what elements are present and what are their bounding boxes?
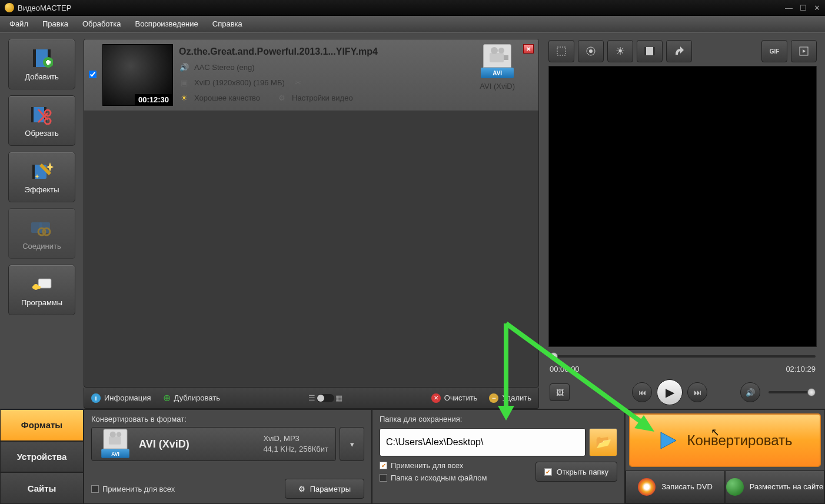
total-time: 02:10:29: [786, 365, 816, 373]
globe-icon: [726, 478, 744, 496]
svg-rect-32: [644, 47, 646, 55]
svg-rect-23: [32, 286, 41, 289]
clear-button[interactable]: ✕Очистить: [431, 393, 478, 403]
duplicate-icon: ⊕: [163, 392, 171, 403]
menu-process[interactable]: Обработка: [76, 17, 127, 31]
svg-rect-27: [504, 55, 508, 60]
tab-sites[interactable]: Сайты: [0, 472, 84, 504]
picture-icon: 🖼: [556, 388, 564, 397]
brightness-tool[interactable]: ☀: [607, 40, 633, 62]
list-view-icon[interactable]: ☰: [308, 393, 315, 402]
list-toolbar: iИнформация ⊕Дублировать ☰ ▦ ✕Очистить −…: [84, 388, 539, 409]
programs-icon: [30, 273, 54, 295]
view-toggle[interactable]: ☰ ▦: [308, 393, 342, 402]
add-label: Добавить: [25, 72, 58, 81]
file-settings[interactable]: Настройки видео: [292, 94, 353, 102]
file-checkbox[interactable]: [89, 71, 97, 78]
camcorder-icon: [483, 44, 511, 68]
volume-button[interactable]: 🔊: [740, 382, 760, 402]
file-item[interactable]: 00:12:30 Oz.the.Great.and.Powerful.2013.…: [84, 39, 538, 111]
svg-point-25: [491, 47, 498, 54]
menu-edit[interactable]: Правка: [36, 17, 74, 31]
format-dropdown[interactable]: ▾: [340, 427, 364, 461]
app-icon: [5, 3, 14, 12]
left-toolbar: Добавить Обрезать Эффекты Соединить Прог…: [0, 33, 84, 409]
svg-rect-33: [653, 47, 655, 55]
svg-rect-1: [33, 49, 36, 67]
play-icon: ▶: [666, 385, 674, 399]
svg-rect-24: [490, 53, 504, 62]
file-thumbnail[interactable]: 00:12:30: [102, 44, 173, 106]
scissors-icon[interactable]: ✂: [293, 77, 304, 88]
trim-button[interactable]: Обрезать: [8, 95, 75, 146]
open-folder-button[interactable]: ✔Открыть папку: [535, 462, 617, 482]
programs-button[interactable]: Программы: [8, 265, 75, 315]
svg-rect-14: [32, 165, 35, 179]
prev-button[interactable]: ⏮: [632, 382, 652, 402]
format-apply-all-checkbox[interactable]: Применить для всех: [91, 485, 175, 493]
preview-toolbar: ☀ GIF: [548, 39, 817, 64]
burn-dvd-button[interactable]: Записать DVD: [626, 470, 725, 503]
camcorder-icon: [104, 429, 128, 449]
format-selector[interactable]: AVI AVI (XviD) XviD, MP344,1 KHz, 256Кби…: [91, 427, 336, 461]
clear-icon: ✕: [431, 393, 441, 403]
minimize-button[interactable]: —: [785, 4, 793, 12]
join-button: Соединить: [8, 208, 75, 259]
prev-icon: ⏮: [638, 388, 646, 397]
join-icon: [30, 217, 54, 238]
menu-help[interactable]: Справка: [207, 17, 248, 31]
svg-marker-35: [803, 49, 806, 53]
trim-label: Обрезать: [25, 129, 58, 138]
close-button[interactable]: ✕: [814, 4, 820, 12]
current-time: 00:00:00: [550, 365, 580, 373]
filmstrip-tool[interactable]: [637, 40, 663, 62]
fullscreen-tool[interactable]: [791, 40, 817, 62]
info-button[interactable]: iИнформация: [91, 393, 151, 403]
remove-file-button[interactable]: ✕: [523, 44, 534, 54]
snapshot-button[interactable]: 🖼: [550, 383, 570, 401]
grid-view-icon[interactable]: ▦: [335, 393, 342, 402]
duplicate-button[interactable]: ⊕Дублировать: [163, 392, 220, 403]
file-list: 00:12:30 Oz.the.Great.and.Powerful.2013.…: [84, 39, 539, 388]
play-button[interactable]: ▶: [657, 379, 683, 405]
format-label: Конвертировать в формат:: [91, 415, 364, 423]
save-label: Папка для сохранения:: [380, 415, 617, 423]
save-apply-all-checkbox[interactable]: ✔Применить для всех: [380, 461, 487, 470]
next-button[interactable]: ⏭: [687, 382, 707, 402]
parameters-button[interactable]: ⚙Параметры: [285, 479, 364, 499]
gif-tool[interactable]: GIF: [761, 40, 787, 62]
gear-icon: ⚙: [298, 485, 305, 493]
add-button[interactable]: Добавить: [8, 39, 75, 89]
settings-icon[interactable]: ⚙: [277, 92, 287, 103]
volume-slider[interactable]: [769, 391, 816, 393]
tab-devices[interactable]: Устройства: [0, 441, 84, 473]
svg-point-38: [117, 432, 122, 438]
enhance-tool[interactable]: [578, 40, 604, 62]
menu-file[interactable]: Файл: [4, 17, 34, 31]
app-title: ВидеоМАСТЕР: [18, 4, 785, 12]
format-badge: AVI: [481, 68, 514, 78]
publish-button[interactable]: Разместить на сайте: [725, 470, 824, 503]
audio-icon: 🔊: [179, 62, 189, 72]
maximize-button[interactable]: ☐: [800, 4, 807, 12]
source-folder-checkbox[interactable]: Папка с исходным файлом: [380, 473, 487, 482]
svg-point-30: [589, 49, 593, 53]
delete-button[interactable]: −Удалить: [489, 393, 531, 403]
volume-icon: 🔊: [746, 388, 755, 397]
seek-slider[interactable]: [548, 351, 817, 362]
effects-button[interactable]: Эффекты: [8, 152, 75, 202]
browse-button[interactable]: 📂: [589, 428, 617, 456]
menu-playback[interactable]: Воспроизведение: [129, 17, 204, 31]
crop-tool[interactable]: [548, 40, 574, 62]
file-title: Oz.the.Great.and.Powerful.2013.1...YIFY.…: [179, 46, 474, 57]
convert-button[interactable]: Конвертировать: [629, 413, 821, 467]
tab-formats[interactable]: Форматы: [0, 409, 84, 441]
video-icon: ▣: [179, 77, 189, 88]
speed-tool[interactable]: [666, 40, 692, 62]
file-output-format[interactable]: AVI AVI (XviD): [480, 44, 515, 91]
save-path-input[interactable]: C:\Users\Alex\Desktop\: [380, 428, 586, 456]
file-audio: AAC Stereo (eng): [194, 63, 255, 72]
video-preview[interactable]: [548, 66, 817, 347]
svg-rect-28: [557, 47, 565, 55]
next-icon: ⏭: [694, 388, 701, 397]
